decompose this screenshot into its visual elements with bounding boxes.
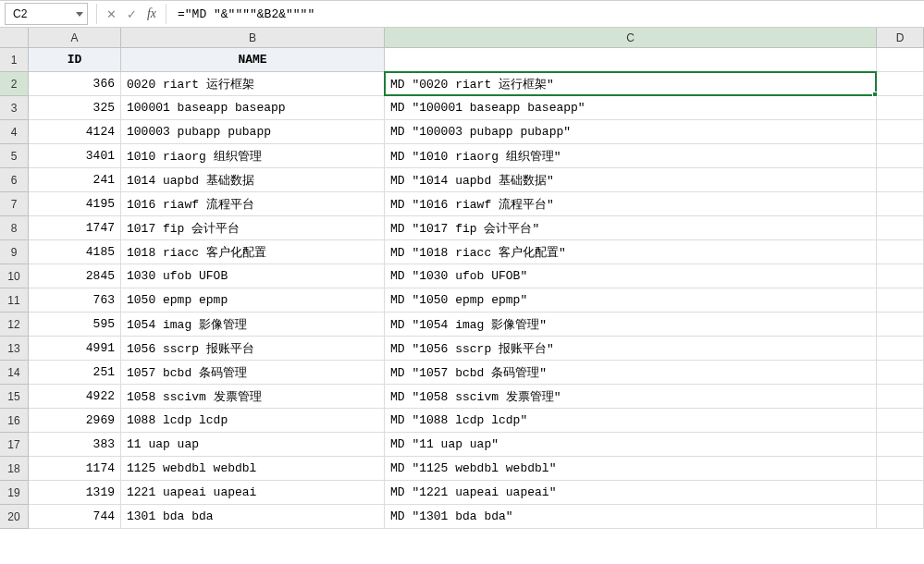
cell-c15[interactable]: MD "1058 sscivm 发票管理" bbox=[385, 385, 877, 409]
row-header[interactable]: 14 bbox=[0, 361, 29, 385]
cell-c8[interactable]: MD "1017 fip 会计平台" bbox=[385, 216, 877, 240]
cell-a5[interactable]: 3401 bbox=[29, 144, 121, 168]
cell-a17[interactable]: 383 bbox=[29, 433, 121, 457]
cell-c20[interactable]: MD "1301 bda bda" bbox=[385, 505, 877, 529]
column-header-a[interactable]: A bbox=[29, 28, 121, 48]
cell-d2[interactable] bbox=[877, 72, 924, 96]
cell-d10[interactable] bbox=[877, 264, 924, 288]
cell-b2[interactable]: 0020 riart 运行框架 bbox=[121, 72, 385, 96]
chevron-down-icon[interactable] bbox=[76, 12, 83, 17]
cell-c10[interactable]: MD "1030 ufob UFOB" bbox=[385, 264, 877, 288]
cell-c6[interactable]: MD "1014 uapbd 基础数据" bbox=[385, 168, 877, 192]
cell-a19[interactable]: 1319 bbox=[29, 481, 121, 505]
cell-b9[interactable]: 1018 riacc 客户化配置 bbox=[121, 240, 385, 264]
cell-d5[interactable] bbox=[877, 144, 924, 168]
cell-b14[interactable]: 1057 bcbd 条码管理 bbox=[121, 361, 385, 385]
name-box[interactable]: C2 bbox=[5, 3, 88, 25]
cell-c13[interactable]: MD "1056 sscrp 报账平台" bbox=[385, 337, 877, 361]
cell-b10[interactable]: 1030 ufob UFOB bbox=[121, 264, 385, 288]
row-header[interactable]: 7 bbox=[0, 192, 29, 216]
cell-d20[interactable] bbox=[877, 505, 924, 529]
row-header[interactable]: 13 bbox=[0, 337, 29, 361]
row-header[interactable]: 17 bbox=[0, 433, 29, 457]
cell-b7[interactable]: 1016 riawf 流程平台 bbox=[121, 192, 385, 216]
cell-d7[interactable] bbox=[877, 192, 924, 216]
row-header[interactable]: 1 bbox=[0, 48, 29, 72]
select-all-corner[interactable] bbox=[0, 28, 29, 48]
cell-b19[interactable]: 1221 uapeai uapeai bbox=[121, 481, 385, 505]
column-header-b[interactable]: B bbox=[121, 28, 385, 48]
cell-c12[interactable]: MD "1054 imag 影像管理" bbox=[385, 313, 877, 337]
row-header[interactable]: 18 bbox=[0, 457, 29, 481]
column-header-d[interactable]: D bbox=[877, 28, 924, 48]
cell-d9[interactable] bbox=[877, 240, 924, 264]
row-header[interactable]: 16 bbox=[0, 409, 29, 433]
row-header[interactable]: 9 bbox=[0, 240, 29, 264]
cell-a3[interactable]: 325 bbox=[29, 96, 121, 120]
cell-a10[interactable]: 2845 bbox=[29, 264, 121, 288]
cell-d15[interactable] bbox=[877, 385, 924, 409]
cell-d14[interactable] bbox=[877, 361, 924, 385]
cell-b11[interactable]: 1050 epmp epmp bbox=[121, 288, 385, 313]
cell-d6[interactable] bbox=[877, 168, 924, 192]
cell-d18[interactable] bbox=[877, 457, 924, 481]
cell-b15[interactable]: 1058 sscivm 发票管理 bbox=[121, 385, 385, 409]
cell-c7[interactable]: MD "1016 riawf 流程平台" bbox=[385, 192, 877, 216]
cell-a16[interactable]: 2969 bbox=[29, 409, 121, 433]
cell-c5[interactable]: MD "1010 riaorg 组织管理" bbox=[385, 144, 877, 168]
cell-d16[interactable] bbox=[877, 409, 924, 433]
cell-b12[interactable]: 1054 imag 影像管理 bbox=[121, 313, 385, 337]
cell-d17[interactable] bbox=[877, 433, 924, 457]
cell-a18[interactable]: 1174 bbox=[29, 457, 121, 481]
cell-c19[interactable]: MD "1221 uapeai uapeai" bbox=[385, 481, 877, 505]
cell-c1[interactable] bbox=[385, 48, 877, 72]
cell-c16[interactable]: MD "1088 lcdp lcdp" bbox=[385, 409, 877, 433]
cell-b5[interactable]: 1010 riaorg 组织管理 bbox=[121, 144, 385, 168]
row-header[interactable]: 6 bbox=[0, 168, 29, 192]
cell-c14[interactable]: MD "1057 bcbd 条码管理" bbox=[385, 361, 877, 385]
cell-a8[interactable]: 1747 bbox=[29, 216, 121, 240]
cell-a1[interactable]: ID bbox=[29, 48, 121, 72]
row-header[interactable]: 8 bbox=[0, 216, 29, 240]
cell-c9[interactable]: MD "1018 riacc 客户化配置" bbox=[385, 240, 877, 264]
cell-a9[interactable]: 4185 bbox=[29, 240, 121, 264]
column-header-c[interactable]: C bbox=[385, 28, 877, 48]
cell-b13[interactable]: 1056 sscrp 报账平台 bbox=[121, 337, 385, 361]
row-header[interactable]: 10 bbox=[0, 264, 29, 288]
row-header[interactable]: 4 bbox=[0, 120, 29, 144]
cell-b8[interactable]: 1017 fip 会计平台 bbox=[121, 216, 385, 240]
cell-c18[interactable]: MD "1125 webdbl webdbl" bbox=[385, 457, 877, 481]
formula-input[interactable] bbox=[170, 3, 924, 25]
cell-a15[interactable]: 4922 bbox=[29, 385, 121, 409]
cell-a12[interactable]: 595 bbox=[29, 313, 121, 337]
cell-b17[interactable]: 11 uap uap bbox=[121, 433, 385, 457]
row-header[interactable]: 3 bbox=[0, 96, 29, 120]
cell-d11[interactable] bbox=[877, 288, 924, 313]
cell-a4[interactable]: 4124 bbox=[29, 120, 121, 144]
cell-b3[interactable]: 100001 baseapp baseapp bbox=[121, 96, 385, 120]
cell-c11[interactable]: MD "1050 epmp epmp" bbox=[385, 288, 877, 313]
row-header[interactable]: 2 bbox=[0, 72, 29, 96]
confirm-icon[interactable]: ✓ bbox=[121, 4, 142, 24]
row-header[interactable]: 5 bbox=[0, 144, 29, 168]
cell-b16[interactable]: 1088 lcdp lcdp bbox=[121, 409, 385, 433]
cell-b18[interactable]: 1125 webdbl webdbl bbox=[121, 457, 385, 481]
cell-d13[interactable] bbox=[877, 337, 924, 361]
cell-a7[interactable]: 4195 bbox=[29, 192, 121, 216]
row-header[interactable]: 11 bbox=[0, 288, 29, 313]
cell-c2[interactable]: MD "0020 riart 运行框架" bbox=[385, 72, 877, 96]
cell-a2[interactable]: 366 bbox=[29, 72, 121, 96]
cell-d3[interactable] bbox=[877, 96, 924, 120]
cell-d19[interactable] bbox=[877, 481, 924, 505]
cancel-icon[interactable]: ✕ bbox=[101, 4, 121, 24]
cell-d12[interactable] bbox=[877, 313, 924, 337]
cell-c17[interactable]: MD "11 uap uap" bbox=[385, 433, 877, 457]
cell-a11[interactable]: 763 bbox=[29, 288, 121, 313]
cell-b4[interactable]: 100003 pubapp pubapp bbox=[121, 120, 385, 144]
cell-d8[interactable] bbox=[877, 216, 924, 240]
cell-a14[interactable]: 251 bbox=[29, 361, 121, 385]
cell-a13[interactable]: 4991 bbox=[29, 337, 121, 361]
cell-c4[interactable]: MD "100003 pubapp pubapp" bbox=[385, 120, 877, 144]
cell-c3[interactable]: MD "100001 baseapp baseapp" bbox=[385, 96, 877, 120]
cell-a6[interactable]: 241 bbox=[29, 168, 121, 192]
